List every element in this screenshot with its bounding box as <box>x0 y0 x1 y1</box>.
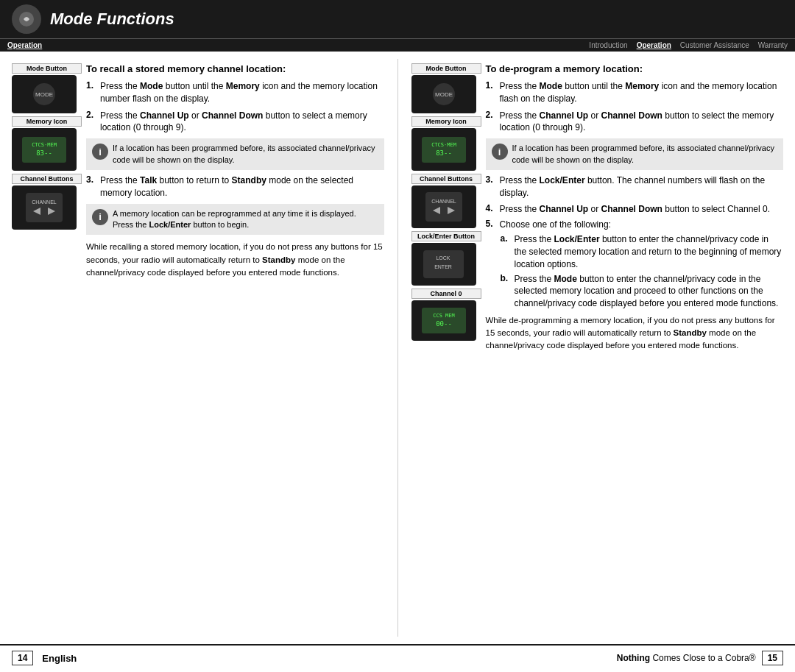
left-memory-block: Memory Icon CTCS·MEM 83-- <box>12 116 82 171</box>
right-channel0-img: CCS MEM 00-- <box>411 300 476 341</box>
right-memory-svg: CTCS·MEM 83-- <box>418 133 470 166</box>
footer-brand-text: Nothing Comes Close to a Cobra® <box>617 653 756 663</box>
left-step-3-num: 3. <box>86 174 98 185</box>
lock-enter-svg: LOCK ENTER <box>420 247 467 282</box>
left-memory-img: CTCS·MEM 83-- <box>12 128 77 171</box>
left-panel-inner: Mode Button MODE Memory Icon CTCS <box>12 63 384 279</box>
right-lock-label: Lock/Enter Button <box>411 231 481 241</box>
svg-text:MODE: MODE <box>35 91 53 98</box>
right-step-3-text: Press the Lock/Enter button. The channel… <box>500 174 784 199</box>
svg-text:ENTER: ENTER <box>434 264 452 269</box>
main-content: Mode Button MODE Memory Icon CTCS <box>0 52 795 644</box>
nav-bar: Operation Introduction Operation Custome… <box>0 38 795 52</box>
mode-icon <box>18 10 35 28</box>
page-number-right: 15 <box>762 651 783 665</box>
left-mode-button-block: Mode Button MODE <box>12 63 82 113</box>
nav-right: Introduction Operation Customer Assistan… <box>589 41 788 49</box>
right-step-2-num: 2. <box>486 110 498 120</box>
right-channel-label: Channel Buttons <box>411 174 481 184</box>
left-step-1-num: 1. <box>86 80 98 91</box>
left-memory-label: Memory Icon <box>12 116 82 127</box>
right-sub-step-a: a. Press the Lock/Enter button to enter … <box>501 233 784 270</box>
footer-language: English <box>42 653 77 664</box>
svg-text:83--: 83-- <box>36 149 52 157</box>
right-step-1-text: Press the Mode button until the Memory i… <box>500 80 784 105</box>
svg-rect-15 <box>425 192 462 222</box>
page-header: Mode Functions <box>0 0 795 38</box>
footer-right: Nothing Comes Close to a Cobra® 15 <box>617 651 783 665</box>
right-step-3: 3. Press the Lock/Enter button. The chan… <box>486 174 784 199</box>
left-images-column: Mode Button MODE Memory Icon CTCS <box>12 63 82 279</box>
right-channel0-label: Channel 0 <box>411 289 481 299</box>
right-step-4: 4. Press the Channel Up or Channel Down … <box>486 203 784 216</box>
svg-text:CHANNEL: CHANNEL <box>431 199 456 204</box>
right-info-box-1: i If a location has been programmed befo… <box>486 138 784 170</box>
page-footer: 14 English Nothing Comes Close to a Cobr… <box>0 644 795 671</box>
nav-item-warranty: Warranty <box>758 41 788 49</box>
left-step-1: 1. Press the Mode button until the Memor… <box>86 80 384 105</box>
svg-text:CHANNEL: CHANNEL <box>32 199 57 205</box>
panel-divider <box>398 59 398 637</box>
right-memory-label: Memory Icon <box>411 116 481 127</box>
svg-rect-6 <box>26 193 63 222</box>
right-sub-a-text: Press the Lock/Enter button to enter the… <box>515 233 784 270</box>
nav-item-introduction: Introduction <box>589 41 627 49</box>
left-channel-img: CHANNEL <box>12 185 77 230</box>
brand-symbol: ® <box>749 653 756 663</box>
brand-rest: Comes Close to a Cobra <box>650 653 749 663</box>
brand-bold: Nothing <box>617 653 650 663</box>
left-heading: To recall a stored memory channel locati… <box>86 63 384 74</box>
left-step-1-text: Press the Mode button until the Memory i… <box>100 80 384 105</box>
svg-text:CTCS·MEM: CTCS·MEM <box>32 142 57 148</box>
right-channel0-block: Channel 0 CCS MEM 00-- <box>411 289 481 341</box>
right-sub-a-label: a. <box>501 233 512 244</box>
channel0-svg: CCS MEM 00-- <box>418 304 470 337</box>
right-paragraph: While de-programming a memory location, … <box>486 314 784 353</box>
right-panel: Mode Button MODE Memory Icon CTCS <box>406 59 790 637</box>
right-channel-block: Channel Buttons CHANNEL <box>411 174 481 228</box>
left-step-3-text: Press the Talk button to return to Stand… <box>100 174 384 199</box>
right-channel-svg: CHANNEL <box>418 188 470 225</box>
left-info-box-2: i A memory location can be reprogrammed … <box>86 204 384 236</box>
svg-text:LOCK: LOCK <box>436 255 450 261</box>
right-step-3-num: 3. <box>486 174 498 185</box>
right-mode-button-block: Mode Button MODE <box>411 63 481 113</box>
nav-item-operation-left: Operation <box>7 41 42 49</box>
svg-text:CCS MEM: CCS MEM <box>433 313 455 319</box>
header-icon <box>12 4 41 34</box>
svg-text:83--: 83-- <box>436 149 452 157</box>
memory-display-svg: CTCS·MEM 83-- <box>18 133 70 166</box>
left-info-box-1: i If a location has been programmed befo… <box>86 138 384 170</box>
svg-text:00--: 00-- <box>436 320 452 328</box>
left-channel-label: Channel Buttons <box>12 174 82 184</box>
left-paragraph: While recalling a stored memory location… <box>86 241 384 279</box>
right-info-icon-1: i <box>492 144 508 160</box>
left-mode-label: Mode Button <box>12 63 82 74</box>
right-step-4-num: 4. <box>486 203 498 213</box>
left-step-2: 2. Press the Channel Up or Channel Down … <box>86 110 384 135</box>
right-panel-inner: Mode Button MODE Memory Icon CTCS <box>411 63 784 353</box>
right-step-1-num: 1. <box>486 80 498 91</box>
left-steps-area: To recall a stored memory channel locati… <box>86 63 384 279</box>
right-step-1: 1. Press the Mode button until the Memor… <box>486 80 784 105</box>
right-sub-step-b: b. Press the Mode button to enter the ch… <box>501 273 784 310</box>
right-mode-svg: MODE <box>425 79 462 109</box>
channel-buttons-svg: CHANNEL <box>18 189 70 226</box>
right-step-5: 5. Choose one of the following: <box>486 219 784 231</box>
right-sub-b-text: Press the Mode button to enter the chann… <box>515 273 784 310</box>
nav-left: Operation <box>7 41 589 49</box>
nav-item-customer: Customer Assistance <box>680 41 749 49</box>
right-mode-label: Mode Button <box>411 63 481 74</box>
right-step-2: 2. Press the Channel Up or Channel Down … <box>486 110 784 135</box>
left-step-2-text: Press the Channel Up or Channel Down but… <box>100 110 384 135</box>
svg-text:MODE: MODE <box>435 91 453 98</box>
left-mode-img: MODE <box>12 75 77 113</box>
left-step-3: 3. Press the Talk button to return to St… <box>86 174 384 199</box>
right-info-text-1: If a location has been programmed before… <box>512 143 778 166</box>
left-step-2-num: 2. <box>86 110 98 120</box>
footer-left: 14 English <box>12 651 77 665</box>
svg-text:CTCS·MEM: CTCS·MEM <box>431 142 456 148</box>
right-mode-img: MODE <box>411 75 476 113</box>
right-memory-block: Memory Icon CTCS·MEM 83-- <box>411 116 481 171</box>
left-info-text-2: A memory location can be reprogrammed at… <box>113 208 378 231</box>
